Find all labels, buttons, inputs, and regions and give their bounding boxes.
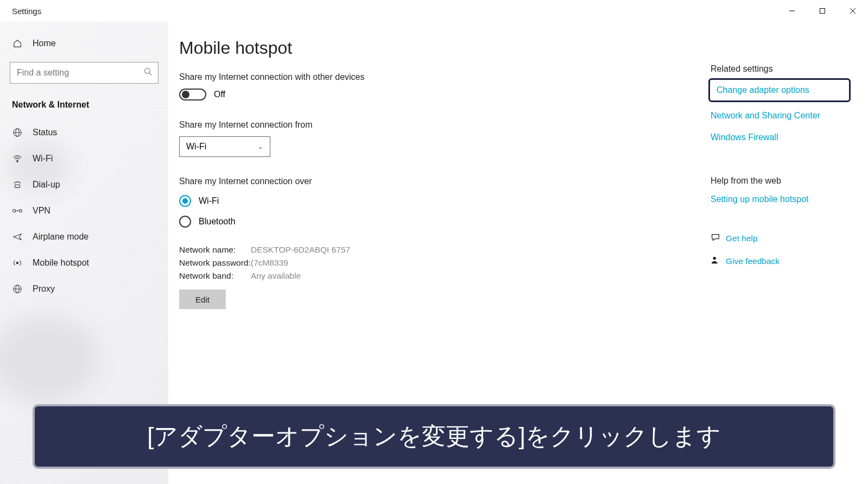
svg-line-5 [149,73,151,75]
toggle-knob [182,91,189,98]
network-band-value: Any available [251,271,301,281]
radio-circle-icon [179,195,191,207]
chevron-down-icon: ⌄ [258,143,263,150]
share-toggle-row: Off [179,89,624,100]
hotspot-icon [12,257,23,268]
share-over-label: Share my Internet connection over [179,177,624,186]
network-band-label: Network band: [179,271,251,281]
dropdown-value: Wi-Fi [186,142,206,152]
titlebar: Settings [0,0,868,22]
help-heading: Help from the web [711,176,846,186]
chat-icon [711,232,726,244]
section-heading: Network & Internet [0,95,168,120]
get-help-row[interactable]: Get help [711,232,846,244]
change-adapter-link[interactable]: Change adapter options [717,85,842,95]
share-toggle[interactable] [179,89,206,100]
sidebar-item-airplane[interactable]: Airplane mode [0,224,168,250]
sidebar-item-label: Status [33,128,57,137]
edit-button[interactable]: Edit [179,290,226,309]
windows-firewall-link[interactable]: Windows Firewall [711,133,846,142]
share-devices-label: Share my Internet connection with other … [179,72,624,82]
main-content: Mobile hotspot Share my Internet connect… [179,38,624,309]
window-controls [777,0,868,22]
home-icon [12,38,23,49]
maximize-button[interactable] [807,0,838,22]
caption-text: [アダプターオプションを変更する]をクリックします [51,420,817,452]
person-icon [711,255,726,267]
svg-point-14 [16,262,18,264]
related-settings-heading: Related settings [711,64,846,74]
radio-label: Wi-Fi [199,196,219,206]
network-name-value: DESKTOP-6D2ABQI 6757 [251,245,350,255]
svg-point-18 [713,257,716,260]
sidebar-item-hotspot[interactable]: Mobile hotspot [0,250,168,276]
svg-point-11 [13,210,16,212]
sidebar-item-label: Airplane mode [33,232,88,242]
home-label: Home [33,39,56,48]
share-from-dropdown[interactable]: Wi-Fi ⌄ [179,136,270,157]
search-input[interactable] [10,62,158,83]
svg-rect-1 [820,9,825,14]
network-name-row: Network name: DESKTOP-6D2ABQI 6757 [179,245,624,255]
search-icon [144,67,153,78]
share-over-radios: Wi-Fi Bluetooth [179,195,624,228]
highlight-box: Change adapter options [708,78,851,102]
svg-point-4 [145,68,150,74]
sidebar-item-vpn[interactable]: VPN [0,198,168,224]
sidebar-item-label: Mobile hotspot [33,258,89,268]
radio-wifi[interactable]: Wi-Fi [179,195,624,207]
minimize-button[interactable] [777,0,807,22]
feedback-link: Give feedback [726,256,780,266]
page-title: Mobile hotspot [179,38,624,58]
toggle-state-label: Off [214,90,225,99]
vpn-icon [12,205,23,216]
network-password-value: (7cM8339 [251,258,288,268]
blur-decoration [0,315,98,402]
home-link[interactable]: Home [0,33,168,54]
network-password-label: Network password: [179,258,251,268]
svg-point-12 [19,210,22,212]
network-band-row: Network band: Any available [179,271,624,281]
sidebar-item-label: Proxy [33,284,55,294]
sidebar-item-status[interactable]: Status [0,120,168,146]
blur-decoration [5,141,71,190]
setup-hotspot-link[interactable]: Setting up mobile hotspot [711,194,846,204]
feedback-row[interactable]: Give feedback [711,255,846,267]
search-box[interactable] [10,62,159,84]
close-button[interactable] [838,0,868,22]
network-sharing-link[interactable]: Network and Sharing Center [711,111,846,121]
airplane-icon [12,231,23,242]
get-help-link: Get help [726,234,758,243]
window-title: Settings [12,7,41,16]
sidebar-item-label: VPN [33,206,50,216]
radio-circle-icon [179,216,191,228]
sidebar-item-proxy[interactable]: Proxy [0,276,168,302]
proxy-icon [12,284,23,294]
instruction-caption: [アダプターオプションを変更する]をクリックします [33,404,835,469]
share-from-label: Share my Internet connection from [179,120,624,130]
network-password-row: Network password: (7cM8339 [179,258,624,268]
radio-bluetooth[interactable]: Bluetooth [179,216,624,228]
radio-label: Bluetooth [199,217,236,227]
aside-panel: Related settings Change adapter options … [711,64,846,278]
globe-icon [12,127,23,138]
network-name-label: Network name: [179,245,251,255]
